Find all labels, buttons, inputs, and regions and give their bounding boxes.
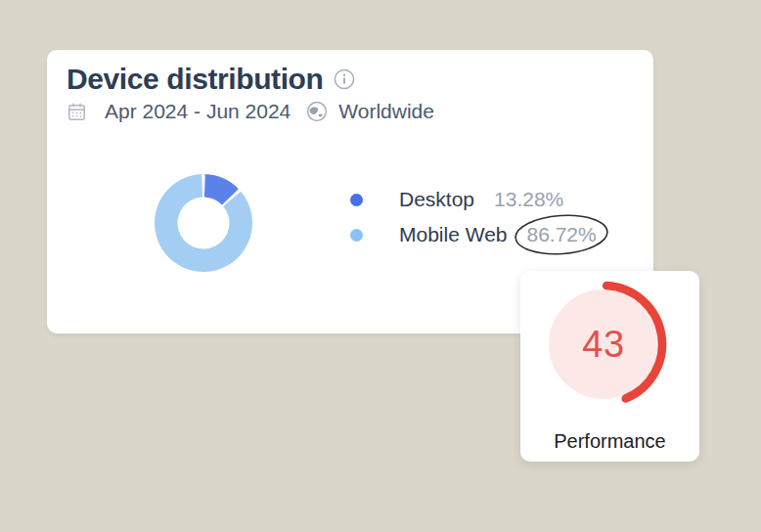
device-legend: Desktop 13.28% Mobile Web 86.72%: [350, 182, 597, 252]
legend-value: 86.72%: [527, 223, 597, 245]
donut-chart: [155, 174, 252, 272]
info-icon[interactable]: [334, 68, 355, 90]
region-label: Worldwide: [338, 99, 434, 124]
legend-label: Mobile Web: [399, 223, 508, 246]
calendar-icon: [67, 102, 87, 122]
performance-label: Performance: [520, 430, 699, 453]
performance-score: 43: [530, 271, 677, 418]
performance-gauge: 43: [530, 271, 677, 418]
date-range: Apr 2024 - Jun 2024: [105, 99, 291, 124]
legend-label: Desktop: [399, 188, 474, 211]
legend-dot: [350, 229, 363, 242]
card-title: Device distribution: [67, 63, 323, 96]
device-donut-chart: [155, 174, 252, 272]
globe-icon: [306, 101, 328, 122]
legend-row-desktop: Desktop 13.28%: [350, 182, 597, 217]
legend-row-mobile-web: Mobile Web 86.72%: [350, 217, 597, 252]
performance-card: 43 Performance: [520, 271, 699, 462]
legend-value: 13.28%: [494, 188, 563, 211]
legend-value-annotated: 86.72%: [527, 223, 597, 246]
device-card-header: Device distribution: [67, 63, 355, 96]
legend-dot: [350, 194, 363, 206]
device-card-subheader: Apr 2024 - Jun 2024 Worldwide: [67, 99, 434, 124]
